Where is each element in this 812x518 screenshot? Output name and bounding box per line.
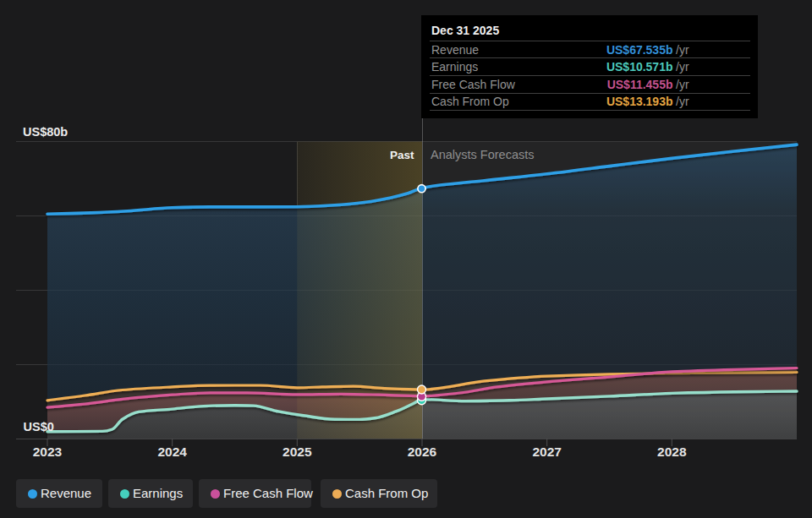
svg-text:Analysts Forecasts: Analysts Forecasts (431, 148, 535, 161)
svg-text:2028: 2028 (657, 444, 687, 459)
svg-text:2027: 2027 (532, 444, 561, 459)
svg-text:2024: 2024 (157, 444, 187, 459)
svg-text:US$80b: US$80b (23, 125, 68, 139)
svg-text:Past: Past (390, 149, 414, 161)
svg-text:2025: 2025 (283, 444, 312, 459)
svg-text:2026: 2026 (408, 444, 437, 459)
svg-text:US$0: US$0 (24, 420, 54, 433)
svg-text:2023: 2023 (33, 444, 63, 459)
